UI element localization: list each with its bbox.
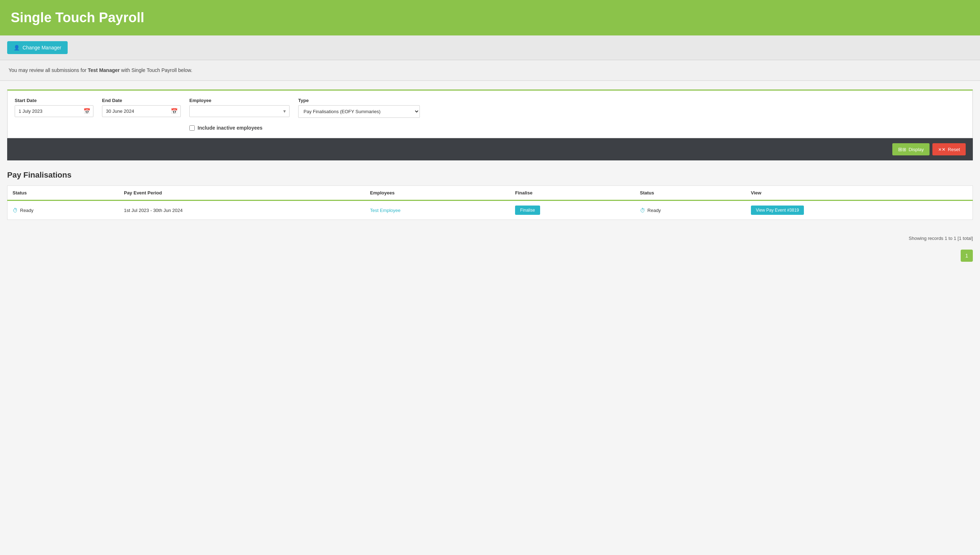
type-group: Type Pay Finalisations (EOFY Summaries) … [298,98,420,118]
change-manager-button[interactable]: Change Manager [7,41,68,54]
info-text: You may review all submissions for Test … [9,67,971,73]
row-pay-event-period: 1st Jul 2023 - 30th Jun 2024 [119,201,365,220]
display-grid-icon: ⊞ [898,146,906,152]
table-row: ⏱ Ready 1st Jul 2023 - 30th Jun 2024 Tes… [8,201,973,220]
row-status2: ⏱ Ready [635,201,746,220]
status2-text: Ready [647,208,661,213]
type-select[interactable]: Pay Finalisations (EOFY Summaries) Pay E… [298,105,420,118]
start-date-input[interactable] [15,105,93,117]
status1-text: Ready [20,208,34,213]
start-date-wrapper: 📅 [15,105,93,117]
action-bar: ⊞ Display ✕ Reset [7,138,973,160]
employee-label: Employee [189,98,290,103]
type-label: Type [298,98,420,103]
employee-input[interactable] [189,105,290,117]
end-date-wrapper: 📅 [102,105,181,117]
col-employees: Employees [365,186,510,201]
employee-link[interactable]: Test Employee [370,208,400,213]
page-1-button[interactable]: 1 [961,250,973,262]
filter-row: Start Date 📅 End Date 📅 Employee ▼ In [15,98,965,131]
results-header-row: Status Pay Event Period Employees Finali… [8,186,973,201]
page-header: Single Touch Payroll [0,0,980,35]
person-icon [14,45,20,50]
view-pay-event-button[interactable]: View Pay Event #3819 [751,205,804,215]
clock-icon-2: ⏱ [640,207,645,213]
clock-icon: ⏱ [13,207,18,213]
col-view: View [746,186,973,201]
info-bar: You may review all submissions for Test … [0,60,980,81]
status-ready-badge: ⏱ Ready [13,207,34,213]
results-table-header: Status Pay Event Period Employees Finali… [8,186,973,201]
status2-ready-badge: ⏱ Ready [640,207,661,213]
col-status1: Status [8,186,119,201]
col-pay-event-period: Pay Event Period [119,186,365,201]
display-label: Display [908,147,924,152]
results-section: Pay Finalisations Status Pay Event Perio… [7,170,973,220]
results-title: Pay Finalisations [7,170,973,180]
include-inactive-checkbox[interactable] [189,125,195,131]
info-text-before: You may review all submissions for [9,67,88,73]
footer-bar: Showing records 1 to 1 [1 total] [0,230,980,247]
results-table-body: ⏱ Ready 1st Jul 2023 - 30th Jun 2024 Tes… [8,201,973,220]
col-finalise: Finalise [510,186,635,201]
end-date-group: End Date 📅 [102,98,181,117]
records-summary: Showing records 1 to 1 [1 total] [909,236,973,241]
row-employee: Test Employee [365,201,510,220]
row-view: View Pay Event #3819 [746,201,973,220]
display-button[interactable]: ⊞ Display [892,143,930,156]
reset-x-icon: ✕ [938,147,946,152]
include-inactive-row: Include inactive employees [189,125,290,131]
employee-wrapper: ▼ [189,105,290,117]
filter-section: Start Date 📅 End Date 📅 Employee ▼ In [7,90,973,138]
col-status2: Status [635,186,746,201]
start-date-label: Start Date [15,98,93,103]
end-date-input[interactable] [102,105,181,117]
start-date-group: Start Date 📅 [15,98,93,117]
reset-button[interactable]: ✕ Reset [932,143,966,156]
row-finalise: Finalise [510,201,635,220]
toolbar: Change Manager [0,35,980,60]
page-title: Single Touch Payroll [11,10,969,26]
pagination: 1 [0,247,980,269]
manager-name: Test Manager [88,67,120,73]
finalise-button[interactable]: Finalise [515,205,540,215]
reset-label: Reset [948,147,960,152]
info-text-after: with Single Touch Payroll below. [120,67,192,73]
change-manager-label: Change Manager [22,45,61,50]
employee-group: Employee ▼ Include inactive employees [189,98,290,131]
include-inactive-label[interactable]: Include inactive employees [198,125,263,131]
row-status1: ⏱ Ready [8,201,119,220]
end-date-label: End Date [102,98,181,103]
results-table: Status Pay Event Period Employees Finali… [7,186,973,220]
